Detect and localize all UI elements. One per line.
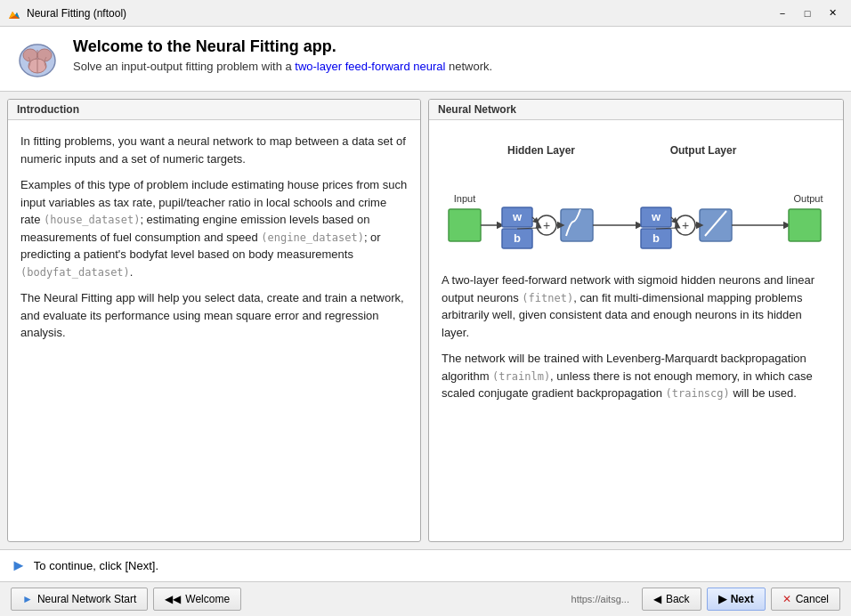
back-label: Back <box>666 593 690 605</box>
cancel-button[interactable]: ✕ Cancel <box>771 588 840 611</box>
neural-network-start-icon: ► <box>22 593 33 605</box>
nn-diagram: Hidden Layer Output Layer Input Output w <box>442 133 831 272</box>
svg-text:Output: Output <box>793 193 823 204</box>
welcome-icon: ◀◀ <box>165 593 181 605</box>
close-button[interactable]: ✕ <box>821 4 844 22</box>
svg-line-21 <box>517 228 539 229</box>
intro-para-3: The Neural Fitting app will help you sel… <box>20 289 408 342</box>
nn-description-2: The network will be trained with Levenbe… <box>442 350 831 402</box>
main-content: Welcome to the Neural Fitting app. Solve… <box>0 27 851 616</box>
next-label: Next <box>731 593 754 605</box>
window-title: Neural Fitting (nftool) <box>27 7 771 20</box>
intro-para-1: In fitting problems, you want a neural n… <box>20 133 408 167</box>
svg-text:+: + <box>542 218 549 232</box>
button-bar: ► Neural Network Start ◀◀ Welcome https:… <box>0 581 851 616</box>
title-bar: Neural Fitting (nftool) − □ ✕ <box>0 0 851 27</box>
neural-network-start-button[interactable]: ► Neural Network Start <box>11 588 148 611</box>
footer-instruction: To continue, click [Next]. <box>34 559 158 572</box>
window-controls: − □ ✕ <box>771 4 844 22</box>
maximize-button[interactable]: □ <box>796 4 819 22</box>
arrow-icon: ► <box>11 556 27 575</box>
svg-rect-12 <box>449 209 481 241</box>
brain-icon <box>14 37 61 84</box>
url-bar: https://aitsg... <box>564 594 636 604</box>
footer-bar: ► To continue, click [Next]. <box>0 549 851 581</box>
svg-rect-23 <box>561 209 593 241</box>
app-icon <box>7 6 21 20</box>
svg-text:w: w <box>511 210 522 223</box>
introduction-panel: Introduction In fitting problems, you wa… <box>7 99 421 542</box>
next-button[interactable]: ▶ Next <box>707 588 766 611</box>
back-button[interactable]: ◀ Back <box>642 588 701 611</box>
cancel-label: Cancel <box>796 593 829 605</box>
neural-network-panel-title: Neural Network <box>429 100 843 120</box>
svg-text:b: b <box>514 231 521 245</box>
panels-container: Introduction In fitting problems, you wa… <box>0 92 851 549</box>
app-subtitle: Solve an input-output fitting problem wi… <box>73 60 492 73</box>
intro-para-2: Examples of this type of problem include… <box>20 176 408 280</box>
svg-line-33 <box>656 228 677 229</box>
neural-network-panel: Neural Network Hidden Layer Output Layer… <box>428 99 844 542</box>
nn-svg: Hidden Layer Output Layer Input Output w <box>445 142 828 257</box>
svg-text:+: + <box>681 218 688 232</box>
header-section: Welcome to the Neural Fitting app. Solve… <box>0 27 851 92</box>
svg-rect-35 <box>700 209 732 241</box>
svg-rect-39 <box>789 209 821 241</box>
svg-text:Input: Input <box>453 193 474 204</box>
neural-network-body: Hidden Layer Output Layer Input Output w <box>429 120 843 541</box>
svg-text:Output Layer: Output Layer <box>669 144 736 157</box>
svg-text:b: b <box>652 231 660 245</box>
nn-description-1: A two-layer feed-forward network with si… <box>442 272 831 341</box>
svg-text:w: w <box>650 210 661 223</box>
introduction-body: In fitting problems, you want a neural n… <box>8 120 420 541</box>
header-text: Welcome to the Neural Fitting app. Solve… <box>73 37 492 73</box>
next-icon: ▶ <box>718 593 726 605</box>
app-title: Welcome to the Neural Fitting app. <box>73 37 492 56</box>
welcome-button[interactable]: ◀◀ Welcome <box>153 588 241 611</box>
minimize-button[interactable]: − <box>771 4 794 22</box>
neural-network-start-label: Neural Network Start <box>37 593 136 605</box>
back-icon: ◀ <box>653 593 661 605</box>
introduction-panel-title: Introduction <box>8 100 420 120</box>
cancel-icon: ✕ <box>782 593 791 605</box>
svg-text:Hidden Layer: Hidden Layer <box>507 144 574 157</box>
welcome-label: Welcome <box>185 593 230 605</box>
